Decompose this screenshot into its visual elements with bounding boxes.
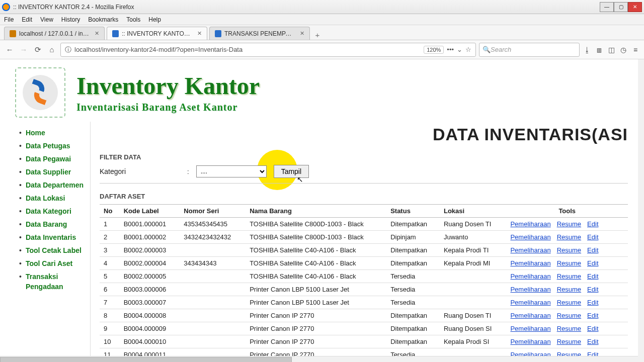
sidebar-toggle-icon[interactable]: ◫	[607, 45, 616, 54]
cell-kode: B0002.000005	[120, 270, 180, 283]
sidebar-link[interactable]: Data Pegawai	[26, 154, 71, 164]
pemeliharaan-link[interactable]: Pemeliharaan	[510, 312, 550, 319]
pemeliharaan-link[interactable]: Pemeliharaan	[510, 220, 550, 228]
back-button[interactable]: ←	[4, 44, 15, 55]
cell-nama: TOSHIBA Satellite C800D-1003 - Black	[246, 231, 386, 244]
resume-link[interactable]: Resume	[557, 338, 581, 345]
resume-link[interactable]: Resume	[557, 286, 581, 293]
edit-link[interactable]: Edit	[587, 299, 598, 306]
pemeliharaan-link[interactable]: Pemeliharaan	[510, 325, 550, 332]
kategori-select[interactable]: ....	[196, 165, 267, 177]
cell-seri: 435345345435	[180, 218, 246, 231]
edit-link[interactable]: Edit	[587, 325, 598, 332]
pemeliharaan-link[interactable]: Pemeliharaan	[510, 246, 550, 254]
pemeliharaan-link[interactable]: Pemeliharaan	[510, 286, 550, 293]
sidebar-link[interactable]: Data Kategori	[26, 206, 71, 216]
sidebar-link[interactable]: Data Barang	[26, 219, 67, 229]
close-icon[interactable]: ✕	[300, 30, 304, 37]
app-banner: Inventory Kantor Inventarisasi Barang As…	[15, 64, 628, 122]
bookmark-star-icon[interactable]: ☆	[465, 46, 471, 53]
cell-tools: PemeliharaanResumeEdit	[506, 270, 628, 283]
info-icon[interactable]: ⓘ	[65, 45, 71, 54]
sidebar-link[interactable]: Data Supplier	[26, 167, 71, 177]
account-icon[interactable]: ◷	[619, 45, 628, 54]
cell-seri	[180, 270, 246, 283]
downloads-icon[interactable]: ⭳	[583, 45, 592, 54]
favicon-icon	[112, 30, 119, 37]
pemeliharaan-link[interactable]: Pemeliharaan	[510, 259, 550, 267]
resume-link[interactable]: Resume	[557, 325, 581, 332]
menu-help[interactable]: Help	[144, 16, 165, 23]
zoom-badge[interactable]: 120%	[424, 46, 444, 54]
menu-view[interactable]: View	[36, 16, 57, 23]
menu-history[interactable]: History	[57, 16, 84, 23]
tab-0[interactable]: localhost / 127.0.0.1 / inventor ✕	[4, 27, 105, 40]
new-tab-button[interactable]: +	[312, 30, 323, 40]
close-icon[interactable]: ✕	[95, 30, 99, 37]
pemeliharaan-link[interactable]: Pemeliharaan	[510, 273, 550, 280]
close-icon[interactable]: ✕	[197, 30, 202, 37]
tampil-button[interactable]: Tampil	[274, 165, 309, 178]
sidebar-link[interactable]: Tool Cetak Label	[26, 245, 82, 255]
reload-button[interactable]: ⟳	[32, 44, 43, 55]
pemeliharaan-link[interactable]: Pemeliharaan	[510, 299, 550, 306]
edit-link[interactable]: Edit	[587, 312, 598, 319]
sidebar-link[interactable]: Tool Cari Aset	[26, 258, 72, 268]
resume-link[interactable]: Resume	[557, 312, 581, 319]
hamburger-menu-icon[interactable]: ≡	[631, 45, 640, 54]
table-row: 7B0003.000007Printer Canon LBP 5100 Lase…	[100, 296, 628, 309]
resume-link[interactable]: Resume	[557, 259, 581, 267]
resume-link[interactable]: Resume	[557, 246, 581, 254]
cell-status: Tersedia	[386, 270, 440, 283]
forward-button[interactable]: →	[18, 44, 29, 55]
col-status: Status	[386, 205, 440, 218]
pemeliharaan-link[interactable]: Pemeliharaan	[510, 233, 550, 241]
window-maximize[interactable]: ▢	[614, 2, 628, 12]
edit-link[interactable]: Edit	[587, 273, 598, 280]
edit-link[interactable]: Edit	[587, 259, 598, 267]
tab-2[interactable]: TRANSAKSI PENEMPATAN - Invent ✕	[209, 27, 310, 40]
cell-lokasi	[440, 270, 507, 283]
menu-file[interactable]: File	[0, 16, 18, 23]
menu-tools[interactable]: Tools	[122, 16, 144, 23]
window-close[interactable]: ✕	[628, 2, 642, 12]
edit-link[interactable]: Edit	[587, 246, 598, 254]
library-icon[interactable]: ▥	[595, 45, 604, 54]
menu-bookmarks[interactable]: Bookmarks	[84, 16, 122, 23]
page-actions-icon[interactable]: •••	[447, 46, 454, 53]
edit-link[interactable]: Edit	[587, 233, 598, 241]
cell-no: 9	[100, 322, 120, 335]
cell-nama: Printer Canon IP 2770	[246, 309, 386, 322]
cell-no: 3	[100, 244, 120, 257]
menu-edit[interactable]: Edit	[18, 16, 36, 23]
sidebar-item: Data Barang	[19, 219, 90, 229]
edit-link[interactable]: Edit	[587, 286, 598, 293]
edit-link[interactable]: Edit	[587, 338, 598, 345]
sidebar-link[interactable]: Transaksi Pengadaan	[26, 272, 90, 292]
col-kode: Kode Label	[120, 205, 180, 218]
inventory-table: No Kode Label Nomor Seri Nama Barang Sta…	[100, 204, 628, 361]
tab-1[interactable]: :: INVENTORY KANTOR 2.4 ✕	[107, 27, 207, 40]
cell-lokasi: Kepala Prodi SI	[440, 335, 507, 348]
search-box[interactable]: 🔍	[479, 43, 580, 57]
address-bar[interactable]: ⓘ localhost/inventory-kantor24-modif/?op…	[60, 43, 476, 57]
home-button[interactable]: ⌂	[46, 44, 57, 55]
resume-link[interactable]: Resume	[557, 299, 581, 306]
sidebar-link[interactable]: Data Petugas	[26, 141, 70, 151]
horizontal-scrollbar[interactable]	[0, 356, 638, 362]
window-minimize[interactable]: —	[600, 2, 614, 12]
cell-nama: Printer Canon IP 2770	[246, 322, 386, 335]
resume-link[interactable]: Resume	[557, 233, 581, 241]
edit-link[interactable]: Edit	[587, 220, 598, 228]
sidebar-link[interactable]: Data Departemen	[26, 180, 84, 190]
search-input[interactable]	[491, 46, 576, 53]
sidebar-link[interactable]: Data Lokasi	[26, 193, 65, 203]
resume-link[interactable]: Resume	[557, 220, 581, 228]
vertical-scrollbar[interactable]	[638, 59, 644, 362]
sidebar-link[interactable]: Home	[26, 128, 45, 138]
resume-link[interactable]: Resume	[557, 273, 581, 280]
sidebar-link[interactable]: Data Inventaris	[26, 232, 76, 242]
pocket-icon[interactable]: ⌄	[457, 46, 462, 53]
cell-lokasi: Kepala Prodi TI	[440, 244, 507, 257]
pemeliharaan-link[interactable]: Pemeliharaan	[510, 338, 550, 345]
